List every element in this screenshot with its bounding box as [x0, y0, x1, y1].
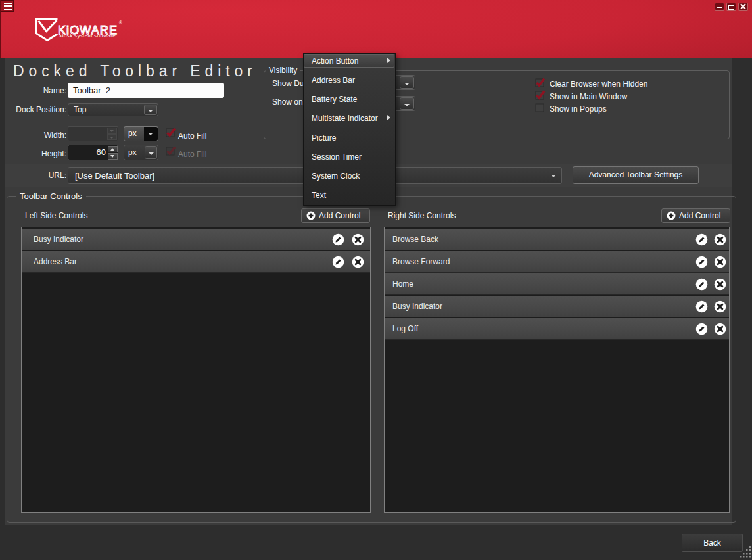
svg-text:®: ®: [119, 20, 122, 25]
svg-text:kiosk system software: kiosk system software: [60, 33, 116, 39]
